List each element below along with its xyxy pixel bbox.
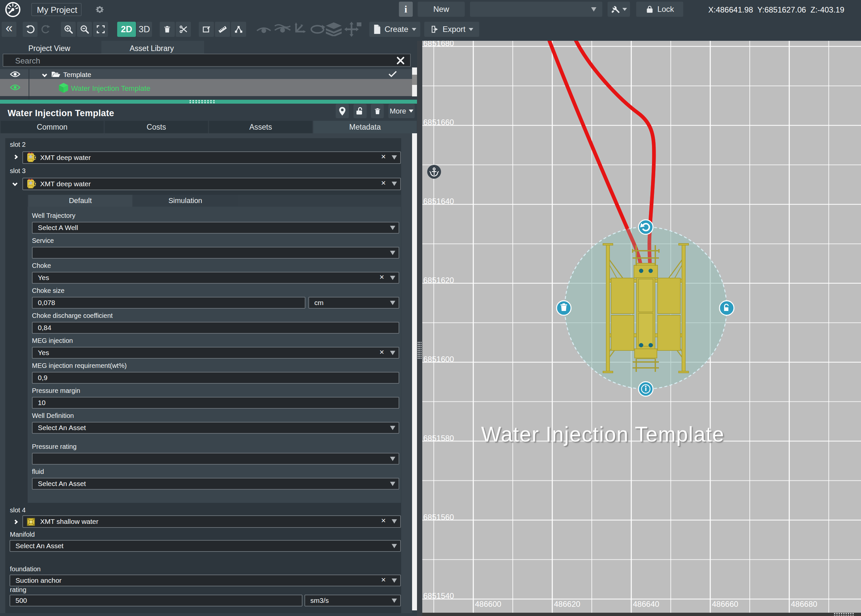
svg-text:486600: 486600: [475, 600, 501, 608]
svg-text:486620: 486620: [554, 600, 580, 608]
svg-text:6851680: 6851680: [423, 41, 454, 48]
svg-text:6851620: 6851620: [423, 276, 454, 284]
svg-text:6851600: 6851600: [423, 355, 454, 364]
svg-text:486640: 486640: [633, 600, 659, 608]
svg-text:6851560: 6851560: [423, 513, 454, 522]
svg-text:6851660: 6851660: [423, 118, 454, 127]
svg-text:486660: 486660: [712, 600, 738, 608]
svg-text:6851540: 6851540: [423, 591, 454, 600]
svg-text:6851640: 6851640: [423, 197, 454, 206]
svg-text:486680: 486680: [791, 600, 817, 608]
svg-text:6851580: 6851580: [423, 434, 454, 443]
